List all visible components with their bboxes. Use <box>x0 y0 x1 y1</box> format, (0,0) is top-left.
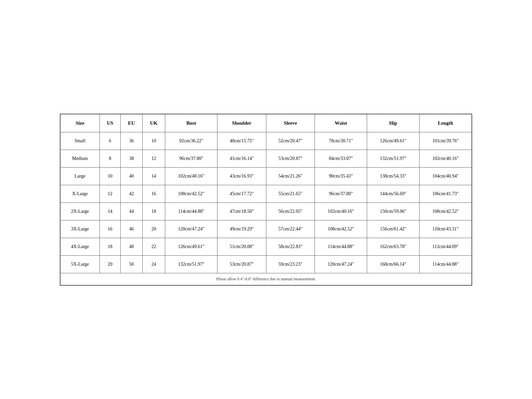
column-header-shoulder: Shoulder <box>217 114 266 132</box>
table-cell-us: 16 <box>100 220 121 238</box>
table-cell-hip: 144cm/56.69" <box>367 185 419 202</box>
table-cell-uk: 18 <box>142 202 165 220</box>
table-cell-bust: 114cm/44.88" <box>165 202 217 220</box>
table-cell-sleeve: 52cm/20.47" <box>266 132 315 150</box>
column-header-bust: Bust <box>165 114 217 132</box>
column-header-sleeve: Sleeve <box>266 114 315 132</box>
table-cell-size: 4X-Large <box>61 238 100 255</box>
table-cell-uk: 24 <box>142 255 165 273</box>
table-cell-eu: 46 <box>121 220 143 238</box>
table-cell-shoulder: 40cm/15.75" <box>217 132 266 150</box>
table-cell-uk: 10 <box>142 132 165 150</box>
footer-row: Please allow 0.4"-0.8" difference due to… <box>61 273 472 285</box>
table-cell-length: 104cm/40.94" <box>419 167 471 185</box>
table-cell-length: 114cm/44.88" <box>419 255 471 273</box>
table-cell-waist: 96cm/37.80" <box>315 185 367 202</box>
table-cell-size: 5X-Large <box>61 255 100 273</box>
table-cell-length: 101cm/39.76" <box>419 132 471 150</box>
column-header-us: US <box>100 114 121 132</box>
column-header-waist: Waist <box>315 114 367 132</box>
table-cell-us: 10 <box>100 167 121 185</box>
table-cell-sleeve: 53cm/20.87" <box>266 150 315 167</box>
table-cell-sleeve: 59cm/23.23" <box>266 255 315 273</box>
table-cell-size: Medium <box>61 150 100 167</box>
size-chart-table: SizeUSEUUKBustShoulderSleeveWaistHipLeng… <box>60 114 472 285</box>
table-cell-us: 14 <box>100 202 121 220</box>
table-cell-eu: 42 <box>121 185 143 202</box>
table-cell-length: 110cm/43.31" <box>419 220 471 238</box>
table-cell-bust: 108cm/42.52" <box>165 185 217 202</box>
table-cell-shoulder: 41cm/16.14" <box>217 150 266 167</box>
table-row: Small6361092cm/36.22"40cm/15.75"52cm/20.… <box>61 132 472 150</box>
table-cell-shoulder: 47cm/18.50" <box>217 202 266 220</box>
table-cell-eu: 50 <box>121 255 143 273</box>
table-cell-shoulder: 51cm/20.08" <box>217 238 266 255</box>
table-cell-waist: 114cm/44.88" <box>315 238 367 255</box>
table-header-row: SizeUSEUUKBustShoulderSleeveWaistHipLeng… <box>61 114 472 132</box>
table-cell-waist: 84cm/33.07" <box>315 150 367 167</box>
table-cell-bust: 126cm/49.61" <box>165 238 217 255</box>
footer-note: Please allow 0.4"-0.8" difference due to… <box>61 273 472 285</box>
table-cell-sleeve: 57cm/22.44" <box>266 220 315 238</box>
table-cell-size: 2X-Large <box>61 202 100 220</box>
table-cell-uk: 22 <box>142 238 165 255</box>
table-cell-size: X-Large <box>61 185 100 202</box>
table-cell-uk: 12 <box>142 150 165 167</box>
table-cell-length: 112cm/44.09" <box>419 238 471 255</box>
table-cell-length: 102cm/40.16" <box>419 150 471 167</box>
table-cell-hip: 168cm/66.14" <box>367 255 419 273</box>
table-cell-shoulder: 45cm/17.72" <box>217 185 266 202</box>
table-cell-eu: 44 <box>121 202 143 220</box>
table-cell-waist: 102cm/40.16" <box>315 202 367 220</box>
table-row: 3X-Large164620120cm/47.24"49cm/19.29"57c… <box>61 220 472 238</box>
table-cell-us: 12 <box>100 185 121 202</box>
table-cell-bust: 132cm/51.97" <box>165 255 217 273</box>
table-cell-hip: 132cm/51.97" <box>367 150 419 167</box>
table-cell-us: 8 <box>100 150 121 167</box>
table-cell-bust: 96cm/37.80" <box>165 150 217 167</box>
table-cell-uk: 20 <box>142 220 165 238</box>
table-cell-bust: 92cm/36.22" <box>165 132 217 150</box>
table-cell-bust: 102cm/40.16" <box>165 167 217 185</box>
table-cell-sleeve: 58cm/22.83" <box>266 238 315 255</box>
table-row: X-Large124216108cm/42.52"45cm/17.72"55cm… <box>61 185 472 202</box>
table-cell-hip: 162cm/63.78" <box>367 238 419 255</box>
table-cell-waist: 78cm/30.71" <box>315 132 367 150</box>
table-cell-us: 18 <box>100 238 121 255</box>
table-cell-sleeve: 55cm/21.65" <box>266 185 315 202</box>
table-row: Large104014102cm/40.16"43cm/16.93"54cm/2… <box>61 167 472 185</box>
table-cell-length: 106cm/41.73" <box>419 185 471 202</box>
table-cell-hip: 150cm/59.06" <box>367 202 419 220</box>
table-cell-waist: 108cm/42.52" <box>315 220 367 238</box>
table-cell-uk: 16 <box>142 185 165 202</box>
table-cell-size: Small <box>61 132 100 150</box>
column-header-hip: Hip <box>367 114 419 132</box>
size-chart-container: SizeUSEUUKBustShoulderSleeveWaistHipLeng… <box>60 114 472 286</box>
column-header-uk: UK <box>142 114 165 132</box>
table-cell-eu: 48 <box>121 238 143 255</box>
table-cell-waist: 90cm/35.43" <box>315 167 367 185</box>
table-cell-shoulder: 43cm/16.93" <box>217 167 266 185</box>
table-cell-length: 108cm/42.52" <box>419 202 471 220</box>
table-cell-size: Large <box>61 167 100 185</box>
table-cell-eu: 36 <box>121 132 143 150</box>
table-cell-hip: 126cm/49.61" <box>367 132 419 150</box>
table-cell-waist: 120cm/47.24" <box>315 255 367 273</box>
table-cell-bust: 120cm/47.24" <box>165 220 217 238</box>
column-header-length: Length <box>419 114 471 132</box>
table-cell-shoulder: 49cm/19.29" <box>217 220 266 238</box>
table-row: Medium8381296cm/37.80"41cm/16.14"53cm/20… <box>61 150 472 167</box>
column-header-eu: EU <box>121 114 143 132</box>
table-cell-shoulder: 53cm/20.87" <box>217 255 266 273</box>
column-header-size: Size <box>61 114 100 132</box>
table-cell-uk: 14 <box>142 167 165 185</box>
table-cell-eu: 40 <box>121 167 143 185</box>
table-cell-eu: 38 <box>121 150 143 167</box>
table-cell-us: 6 <box>100 132 121 150</box>
table-cell-us: 20 <box>100 255 121 273</box>
table-row: 5X-Large205024132cm/51.97"53cm/20.87"59c… <box>61 255 472 273</box>
table-row: 4X-Large184822126cm/49.61"51cm/20.08"58c… <box>61 238 472 255</box>
table-cell-hip: 156cm/61.42" <box>367 220 419 238</box>
table-cell-sleeve: 56cm/22.05" <box>266 202 315 220</box>
table-cell-hip: 138cm/54.33" <box>367 167 419 185</box>
